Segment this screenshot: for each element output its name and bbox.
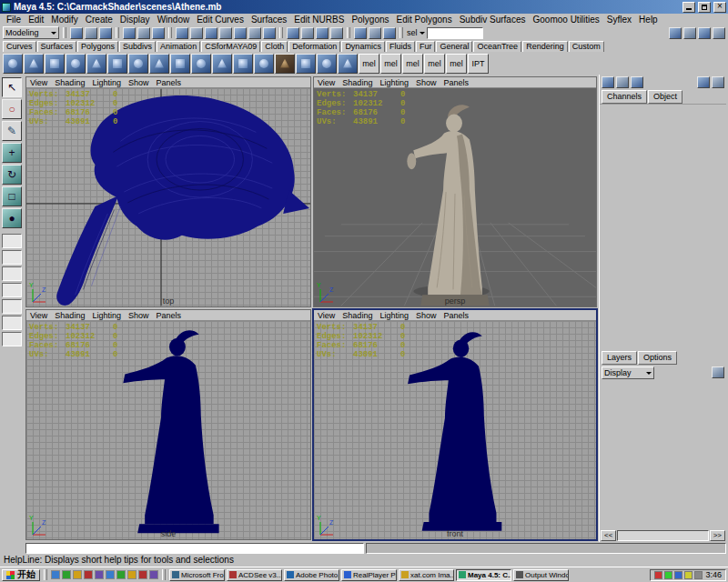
quick-launch-icon-10[interactable] xyxy=(149,570,158,579)
channel-sliders-icon[interactable] xyxy=(697,76,710,88)
mask-curves-icon[interactable] xyxy=(205,27,217,39)
menu-item[interactable]: Edit xyxy=(25,15,47,25)
group-grip[interactable] xyxy=(279,27,283,38)
taskbar-item[interactable]: ACDSee v3... xyxy=(227,569,282,581)
menu-item[interactable]: Create xyxy=(82,15,116,25)
mask-deformations-icon[interactable] xyxy=(234,27,247,39)
menu-item[interactable]: Subdiv Surfaces xyxy=(456,15,530,25)
command-line-input[interactable] xyxy=(25,543,364,554)
viewport-menu-item[interactable]: Shading xyxy=(55,311,85,320)
viewport-menu-item[interactable]: Lighting xyxy=(92,311,121,320)
shelf-tab[interactable]: Cloth xyxy=(261,41,288,52)
viewport-menu-item[interactable]: Show xyxy=(416,78,437,87)
viewport-menu-item[interactable]: Shading xyxy=(55,78,85,87)
shelf-tab[interactable]: Fur xyxy=(416,41,436,52)
shelf-tab[interactable]: Curves xyxy=(3,41,36,52)
mel-script-button[interactable]: mel xyxy=(402,54,423,74)
list-output-icon[interactable] xyxy=(713,27,725,39)
menu-item[interactable]: Window xyxy=(154,15,194,25)
select-component-icon[interactable] xyxy=(152,27,165,39)
layer-edit-icon[interactable] xyxy=(712,366,724,378)
lock-icon[interactable] xyxy=(712,76,724,88)
menu-item[interactable]: Surfaces xyxy=(248,15,290,25)
layout-three-panes-split[interactable] xyxy=(2,299,22,314)
viewport-menu-item[interactable]: Show xyxy=(128,311,149,320)
viewport-canvas-persp[interactable]: Verts: 34137 0 Edges: 102312 0 Faces: 68… xyxy=(314,88,596,306)
layer-editor-icon[interactable] xyxy=(616,76,629,88)
panel-tab[interactable]: Layers xyxy=(602,351,637,365)
channel-layer-split-icon[interactable] xyxy=(631,76,643,88)
menu-item[interactable]: Display xyxy=(116,15,154,25)
menu-item[interactable]: Goomoo Utilities xyxy=(530,15,603,25)
quick-launch-icon-7[interactable] xyxy=(116,570,126,579)
quick-launch-icon-2[interactable] xyxy=(62,570,71,579)
menu-item[interactable]: Polygons xyxy=(348,15,392,25)
paint-select-tool-icon[interactable]: ✎ xyxy=(2,121,22,141)
quick-launch-icon-5[interactable] xyxy=(95,570,104,579)
select-hierarchy-icon[interactable] xyxy=(123,27,136,39)
quick-launch-icon-6[interactable] xyxy=(106,570,115,579)
shelf-tab[interactable]: General xyxy=(436,41,472,52)
viewport-menu-item[interactable]: Show xyxy=(416,311,437,320)
taskbar-item[interactable]: xat.com Ima... xyxy=(399,569,454,581)
taskbar-item[interactable]: Output Window xyxy=(513,569,569,581)
render-current-frame-icon[interactable] xyxy=(383,27,396,39)
poly-plane-icon[interactable] xyxy=(233,54,253,74)
shelf-tab[interactable]: Subdivs xyxy=(119,41,156,52)
scale-tool-icon[interactable]: □ xyxy=(2,186,22,206)
nurbs-sphere-icon[interactable] xyxy=(3,54,23,74)
start-button[interactable]: 开始 xyxy=(2,569,40,581)
snap-curve-icon[interactable] xyxy=(301,27,314,39)
layout-two-panes-side[interactable] xyxy=(2,250,22,265)
viewport-menu-item[interactable]: Panels xyxy=(156,311,181,320)
new-scene-icon[interactable] xyxy=(70,27,83,39)
menu-set-dropdown[interactable]: Modeling xyxy=(3,26,59,39)
scroll-right-button[interactable]: >> xyxy=(710,530,725,541)
menu-item[interactable]: Edit NURBS xyxy=(290,15,348,25)
viewport-menu-item[interactable]: Panels xyxy=(443,78,469,87)
layer-display-dropdown[interactable]: Display xyxy=(602,366,654,379)
minimize-button[interactable] xyxy=(682,2,695,13)
snap-grid-icon[interactable] xyxy=(287,27,299,39)
menu-item[interactable]: File xyxy=(3,15,25,25)
mel-script-button[interactable]: mel xyxy=(380,54,401,74)
light-icon[interactable] xyxy=(338,54,358,74)
shelf-tab[interactable]: Fluids xyxy=(386,41,415,52)
viewport-menu-item[interactable]: Shading xyxy=(342,78,372,87)
mask-joints-icon[interactable] xyxy=(190,27,203,39)
menu-item[interactable]: Syflex xyxy=(603,15,635,25)
mask-handles-icon[interactable] xyxy=(176,27,188,39)
shelf-tab[interactable]: Deformation xyxy=(288,41,340,52)
tray-icon-4[interactable] xyxy=(684,571,693,579)
poly-sphere-icon[interactable] xyxy=(149,54,169,74)
tray-icon-5[interactable] xyxy=(694,571,703,579)
taskbar-item[interactable]: Adobe Photo... xyxy=(284,569,339,581)
select-tool-icon[interactable]: ↖ xyxy=(2,77,22,97)
mel-script-button[interactable]: mel xyxy=(359,54,379,74)
taskbar-grip[interactable] xyxy=(44,569,47,580)
viewport-menu-item[interactable]: Lighting xyxy=(379,78,409,87)
shelf-tab[interactable]: Custom xyxy=(569,41,604,52)
snap-plane-icon[interactable] xyxy=(330,27,343,39)
poly-cylinder-icon[interactable] xyxy=(191,54,211,74)
select-object-icon[interactable] xyxy=(137,27,150,39)
nurbs-torus-icon[interactable] xyxy=(107,54,127,74)
group-grip[interactable] xyxy=(168,27,172,38)
taskbar-item[interactable]: Maya 4.5: C... xyxy=(456,569,511,581)
layout-single-pane[interactable] xyxy=(2,234,22,248)
mel-script-button[interactable]: mel xyxy=(446,54,467,74)
mask-surfaces-icon[interactable] xyxy=(219,27,232,39)
menu-item[interactable]: Edit Curves xyxy=(193,15,248,25)
show-manipulator-tool-icon[interactable]: ● xyxy=(2,208,22,228)
poly-cone-icon[interactable] xyxy=(212,54,232,74)
layout-two-panes-stacked[interactable] xyxy=(2,266,22,281)
render-globals-icon[interactable] xyxy=(354,27,367,39)
layout-hypergraph-persp[interactable] xyxy=(2,332,22,346)
mel-script-button[interactable]: IPT xyxy=(468,54,489,74)
menu-item[interactable]: Help xyxy=(635,15,662,25)
shelf-tab[interactable]: OceanTree xyxy=(473,41,521,52)
close-button[interactable] xyxy=(713,2,726,13)
viewport-menu-item[interactable]: Show xyxy=(128,78,149,87)
viewport-persp[interactable]: ViewShadingLightingShowPanels xyxy=(313,76,597,307)
nurbs-cube-icon[interactable] xyxy=(24,54,44,74)
